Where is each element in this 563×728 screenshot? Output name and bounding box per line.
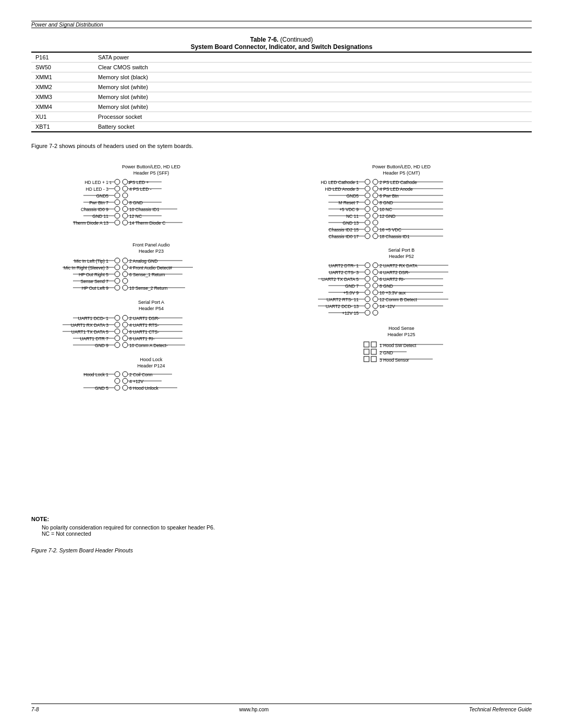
- p5cmt-r4: 8 GND: [380, 200, 393, 205]
- circle: [123, 193, 128, 198]
- p23-l3: HP Out Right 5: [79, 272, 108, 277]
- circle: [373, 200, 378, 205]
- p5cmt-title1: Power Button/LED, HD LED: [372, 164, 431, 169]
- circle: [123, 200, 128, 205]
- table-subtitle: System Board Connector, Indicator, and S…: [191, 43, 373, 51]
- table-title: Table 7-6. (Continued) System Board Conn…: [31, 36, 532, 51]
- figure-label: Figure 7-2. System Board Header Pinouts: [31, 547, 532, 553]
- p54-l5: GND 9: [95, 343, 108, 348]
- page: Power and Signal Distribution Table 7-6.…: [0, 0, 563, 728]
- p54-title1: Serial Port A: [138, 300, 164, 305]
- circle: [373, 213, 378, 218]
- p5sff-title2: Header P5 (SFF): [133, 170, 169, 176]
- circle: [373, 186, 378, 191]
- circle: [365, 206, 370, 212]
- circle: [123, 336, 128, 341]
- circle: [365, 276, 370, 281]
- p5cmt-title2: Header P5 (CMT): [383, 170, 420, 176]
- table-row: XMM2Memory slot (white): [31, 82, 532, 92]
- p54-r5: 10 Comm A Detect-: [129, 343, 168, 348]
- table-cell-col1: XBT1: [31, 122, 94, 132]
- circle: [365, 233, 370, 239]
- p52-r5: 10 +3.3V aux: [380, 290, 406, 295]
- circle: [123, 372, 128, 377]
- p124-l3: GND 5: [95, 386, 108, 391]
- note-line2: NC = Not connected: [42, 530, 532, 537]
- table-cell-col1: SW50: [31, 63, 94, 72]
- diagram-area: Power Button/LED, HD LED Header P5 (SFF)…: [31, 161, 532, 505]
- p5cmt-l5: +5 VDC 9: [339, 207, 359, 212]
- circle: [115, 272, 120, 277]
- circle: [123, 385, 128, 390]
- p23-l2: Mic In Right (Sleeve) 3: [64, 265, 108, 270]
- p23-title1: Front Panel Audio: [132, 242, 170, 248]
- table-cell-col1: P161: [31, 52, 94, 63]
- circle: [115, 179, 120, 184]
- circle: [365, 297, 370, 302]
- circle: [123, 315, 128, 320]
- p54-title2: Header P54: [139, 306, 164, 311]
- circle: [373, 276, 378, 281]
- p23-r2: 4 Front Audio Detect#: [129, 265, 172, 270]
- circle: [123, 322, 128, 327]
- page-footer: 7-8 www.hp.com Technical Reference Guide: [31, 704, 532, 712]
- p54-r1: 2 UART1 DSR-: [129, 316, 160, 321]
- p54-l3: UART1 TX DATA 5: [71, 329, 108, 335]
- p5sff-l6: GND 11: [92, 214, 108, 219]
- figure-intro: Figure 7-2 shows pinouts of headers used…: [31, 143, 532, 149]
- circle: [365, 310, 370, 315]
- p124-title1: Hood Lock: [140, 357, 163, 362]
- p125-r1: 1 Hood SW Detect: [380, 343, 417, 348]
- p125-title1: Hood Sense: [388, 326, 414, 331]
- p5sff-r2: 4 PS LED -: [129, 187, 152, 192]
- p23-r5: 10 Sense_2 Return: [129, 286, 168, 291]
- table-cell-col1: XMM3: [31, 92, 94, 102]
- circle: [115, 385, 120, 390]
- table-continued: (Continued): [280, 36, 313, 43]
- circle: [365, 193, 370, 198]
- section-title: Power and Signal Distribution: [31, 21, 103, 28]
- square6: [371, 356, 376, 362]
- table-cell-col2: Clear CMOS switch: [94, 63, 532, 72]
- circle: [373, 206, 378, 212]
- circle: [123, 186, 128, 191]
- table-row: P161SATA power: [31, 52, 532, 63]
- p5cmt-l4: M Reset 7: [338, 200, 359, 205]
- p5sff-l2: HD LED - 3: [86, 187, 109, 192]
- circle: [123, 378, 128, 384]
- p5cmt-l8: Chassis ID2 15: [328, 227, 359, 232]
- circle: [365, 186, 370, 191]
- circle: [373, 269, 378, 275]
- table-row: XMM3Memory slot (white): [31, 92, 532, 102]
- circle: [115, 372, 120, 377]
- circle: [115, 315, 120, 320]
- p52-l5: +5.0V 9: [343, 290, 359, 295]
- p5sff-l7: Therm Diode A 13: [73, 220, 108, 226]
- circle: [373, 227, 378, 232]
- circle: [115, 206, 120, 212]
- circle: [365, 179, 370, 184]
- circle: [373, 310, 378, 315]
- table-row: XMM1Memory slot (black): [31, 72, 532, 82]
- p5sff-l3: GND5: [96, 193, 108, 199]
- p52-l3: UART2 TX DATA 5: [322, 277, 359, 282]
- p52-title2: Header P52: [389, 254, 414, 259]
- table-row: XU1Processor socket: [31, 112, 532, 122]
- circle: [123, 220, 128, 225]
- circle: [123, 179, 128, 184]
- p54-l2: UART1 RX DATA 3: [71, 323, 109, 328]
- circle: [123, 278, 128, 283]
- table-row: SW50Clear CMOS switch: [31, 63, 532, 72]
- p5cmt-l1: HD LED Cathode 1: [321, 180, 359, 185]
- p5cmt-l6: NC 11: [346, 214, 359, 219]
- table-cell-col2: Memory slot (white): [94, 102, 532, 112]
- circle: [365, 227, 370, 232]
- circle: [365, 269, 370, 275]
- circle: [115, 342, 120, 348]
- p52-r7: 14 -12V: [380, 304, 395, 309]
- table-cell-col2: Memory slot (black): [94, 72, 532, 82]
- square1: [364, 342, 369, 347]
- table-container: Table 7-6. (Continued) System Board Conn…: [31, 36, 532, 132]
- circle: [123, 206, 128, 212]
- square3: [364, 349, 369, 354]
